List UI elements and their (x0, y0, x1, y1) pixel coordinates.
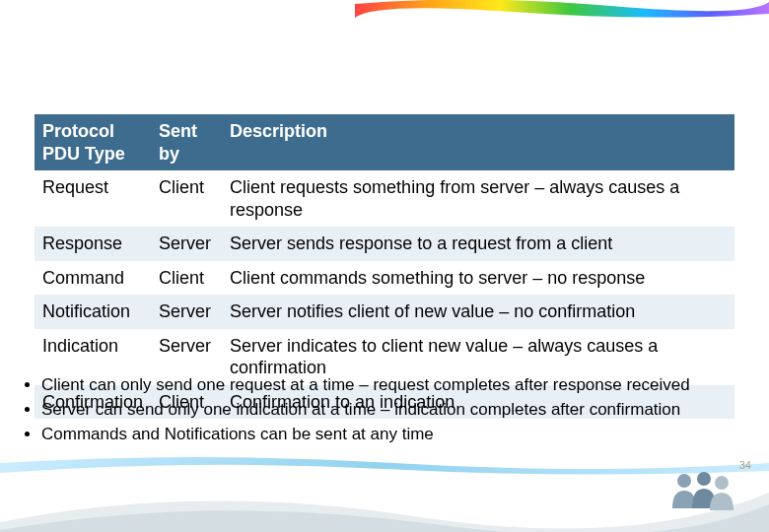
cell-desc: Client commands something to server – no… (222, 261, 734, 296)
footer-swoosh-decoration (0, 473, 769, 532)
footer-blue-stripe (0, 449, 769, 477)
cell-desc: Client requests something from server – … (222, 170, 734, 227)
svg-point-2 (715, 476, 729, 490)
cell-pdu: Response (35, 227, 151, 261)
table-row: Response Server Server sends response to… (35, 227, 734, 261)
col-protocol-pdu-type: Protocol PDU Type (35, 114, 151, 170)
list-item: Server can send only one indication at a… (41, 399, 745, 422)
list-item: Commands and Notifications can be sent a… (41, 424, 745, 446)
cell-pdu: Command (35, 261, 151, 296)
cell-desc: Server notifies client of new value – no… (222, 295, 734, 329)
svg-point-0 (677, 474, 691, 488)
svg-point-1 (697, 472, 711, 486)
cell-sent: Client (151, 170, 222, 227)
slide-number: 34 (739, 459, 751, 471)
slide: Protocol PDU Type Sent by Description Re… (0, 0, 769, 532)
list-item: Client can only send one request at a ti… (41, 374, 745, 397)
cell-sent: Server (151, 295, 222, 329)
table-header-row: Protocol PDU Type Sent by Description (35, 114, 734, 170)
cell-desc: Server sends response to a request from … (222, 227, 734, 261)
col-description: Description (222, 114, 734, 170)
cell-pdu: Request (35, 170, 151, 227)
rainbow-top-decoration (355, 0, 769, 24)
pdu-table: Protocol PDU Type Sent by Description Re… (35, 114, 734, 419)
cell-sent: Server (151, 227, 222, 261)
table-row: Command Client Client commands something… (35, 261, 734, 296)
people-icon (666, 469, 737, 514)
col-sent-by: Sent by (151, 114, 222, 170)
bullet-list: Client can only send one request at a ti… (24, 374, 745, 448)
cell-pdu: Notification (35, 295, 151, 329)
table-row: Notification Server Server notifies clie… (35, 295, 734, 329)
table-row: Request Client Client requests something… (35, 170, 734, 227)
cell-sent: Client (151, 261, 222, 296)
